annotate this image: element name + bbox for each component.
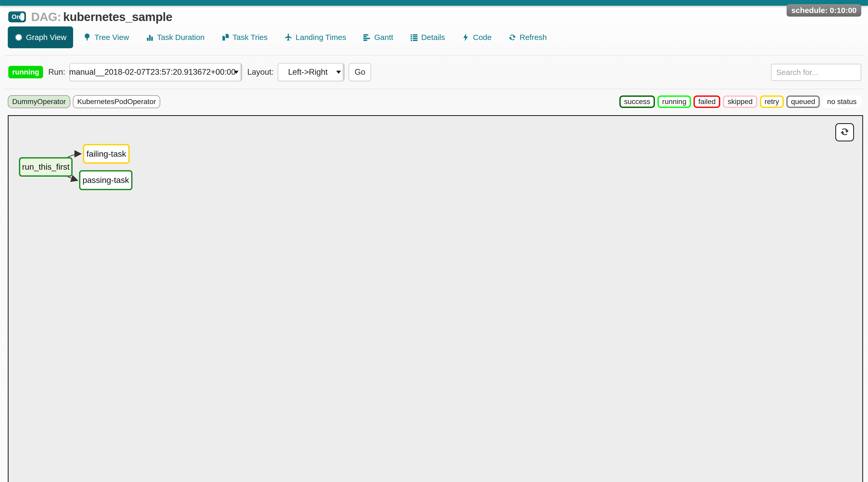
status-legend-skipped: skipped — [723, 95, 757, 108]
tab-label: Task Duration — [157, 33, 205, 42]
tab-label: Gantt — [374, 33, 393, 42]
run-select[interactable]: manual__2018-02-07T23:57:20.913672+00:00 — [69, 63, 242, 81]
legend-row: DummyOperatorKubernetesPodOperator succe… — [8, 93, 861, 110]
go-button[interactable]: Go — [349, 63, 371, 81]
status-legend: successrunningfailedskippedretryqueuedno… — [619, 95, 861, 108]
divider — [4, 55, 864, 56]
task-node-run-this-first[interactable]: run_this_first — [19, 157, 72, 177]
burst-icon — [14, 33, 23, 41]
tree-icon — [83, 33, 91, 41]
tab-label: Details — [421, 33, 445, 42]
task-node-failing-task[interactable]: failing-task — [83, 144, 130, 164]
dag-graph-canvas[interactable]: run_this_firstfailing-taskpassing-task — [8, 115, 863, 482]
run-controls: running Run: manual__2018-02-07T23:57:20… — [8, 63, 371, 82]
task-node-label: run_this_first — [22, 162, 69, 172]
divider — [4, 89, 864, 89]
tab-label: Graph View — [26, 33, 66, 42]
schedule-badge: schedule: 0:10:00 — [786, 4, 861, 17]
tab-tree-view[interactable]: Tree View — [83, 33, 129, 42]
edge-run-this-first-to-failing-task — [68, 154, 81, 157]
graph-refresh-button[interactable] — [835, 123, 854, 141]
edge-run-this-first-to-passing-task — [68, 177, 77, 180]
tab-gantt[interactable]: Gantt — [363, 33, 393, 42]
operator-legend-kubernetespodoperator: KubernetesPodOperator — [73, 95, 160, 108]
layout-select[interactable]: Left->Right — [278, 63, 345, 81]
toggle-on-label: On — [12, 13, 20, 21]
task-node-label: failing-task — [87, 149, 126, 159]
bar-chart-icon — [146, 33, 154, 41]
status-legend-queued: queued — [786, 95, 820, 108]
bolt-icon — [462, 33, 470, 41]
top-accent-bar — [0, 0, 868, 6]
operator-legend-dummyoperator: DummyOperator — [8, 95, 70, 108]
tab-label: Landing Times — [296, 33, 346, 42]
dag-on-off-toggle[interactable]: On — [8, 11, 26, 22]
status-legend-running: running — [657, 95, 691, 108]
run-status-badge: running — [8, 66, 43, 78]
layout-label: Layout: — [247, 67, 274, 77]
select-edge — [240, 64, 242, 81]
status-legend-failed: failed — [693, 95, 720, 108]
layout-select-value: Left->Right — [282, 67, 341, 77]
task-node-label: passing-task — [83, 175, 129, 185]
toggle-knob — [20, 13, 24, 21]
dropdown-arrow-icon — [234, 71, 239, 76]
dag-prefix-label: DAG: — [31, 10, 61, 24]
tab-task-duration[interactable]: Task Duration — [146, 33, 205, 42]
dag-name: kubernetes_sample — [63, 10, 173, 24]
view-tabs: Graph ViewTree ViewTask DurationTask Tri… — [8, 27, 547, 48]
tab-label: Tree View — [94, 33, 129, 42]
select-edge — [342, 64, 344, 81]
task-node-passing-task[interactable]: passing-task — [79, 170, 132, 190]
refresh-icon — [840, 127, 849, 138]
operator-legend: DummyOperatorKubernetesPodOperator — [8, 95, 160, 108]
tab-label: Refresh — [520, 33, 547, 42]
tab-label: Task Tries — [232, 33, 268, 42]
plane-icon — [284, 33, 292, 41]
tab-label: Code — [473, 33, 492, 42]
gantt-icon — [363, 33, 371, 41]
run-select-value: manual__2018-02-07T23:57:20.913672+00:00 — [63, 67, 249, 77]
tab-refresh[interactable]: Refresh — [508, 33, 547, 42]
status-legend-no-status: no status — [823, 95, 861, 108]
status-legend-retry: retry — [760, 95, 784, 108]
airflow-graph-view-page: { "header": { "toggle_label": "On", "dag… — [0, 0, 868, 482]
dropdown-arrow-icon — [336, 71, 341, 76]
files-icon — [221, 33, 229, 41]
tab-code[interactable]: Code — [462, 33, 492, 42]
tab-landing-times[interactable]: Landing Times — [284, 33, 346, 42]
tab-graph-view[interactable]: Graph View — [8, 27, 73, 48]
dag-header: On DAG:kubernetes_sample — [8, 10, 173, 24]
status-legend-success: success — [619, 95, 655, 108]
list-icon — [410, 33, 418, 41]
page-title: DAG:kubernetes_sample — [31, 10, 173, 24]
tab-task-tries[interactable]: Task Tries — [221, 33, 268, 42]
tab-details[interactable]: Details — [410, 33, 445, 42]
search-input[interactable] — [771, 64, 861, 81]
refresh-icon — [508, 33, 517, 41]
